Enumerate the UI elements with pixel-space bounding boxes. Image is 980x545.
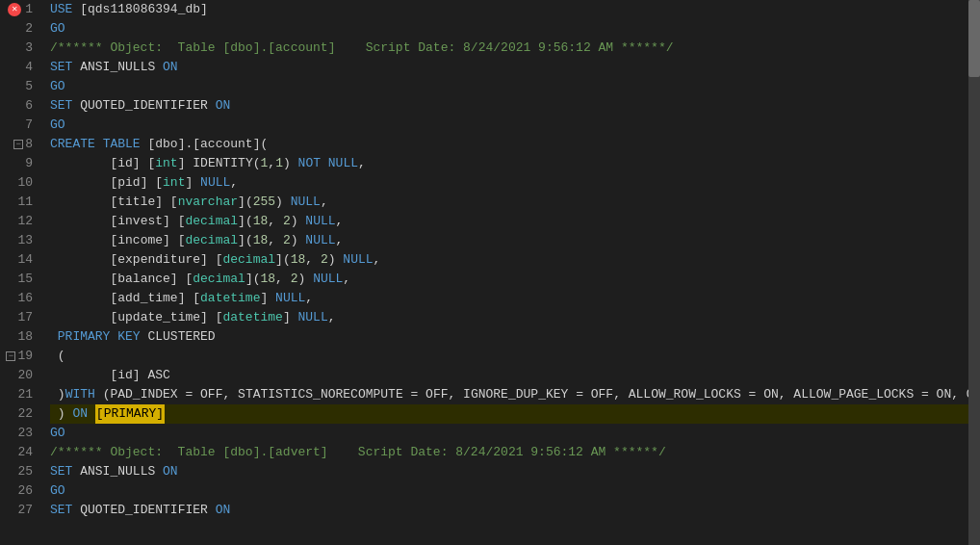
line-number-6: 6 — [0, 96, 39, 116]
code-line-21: )WITH (PAD_INDEX = OFF, STATISTICS_NOREC… — [50, 385, 980, 404]
line-number-14: 14 — [0, 250, 39, 270]
line-number-23: 23 — [0, 424, 39, 443]
line-number-8: − 8 — [0, 135, 39, 154]
code-line-24: /****** Object: Table [dbo].[advert] Scr… — [50, 443, 980, 462]
line-number-15: 15 — [0, 270, 39, 289]
line-number-27: 27 — [0, 501, 39, 520]
code-line-15: [balance] [decimal](18, 2) NULL, — [50, 270, 980, 289]
line-number-19: − 19 — [0, 347, 39, 366]
code-line-8: CREATE TABLE [dbo].[account]( — [50, 135, 980, 154]
scrollbar[interactable] — [968, 0, 980, 545]
code-line-1: USE [qds118086394_db] — [50, 0, 980, 19]
line-number-5: 5 — [0, 77, 39, 96]
scrollbar-thumb[interactable] — [968, 0, 980, 77]
line-number-3: 3 — [0, 39, 39, 58]
line-number-1: ✕ 1 — [0, 0, 39, 19]
code-line-22: ) ON [PRIMARY] — [50, 404, 980, 424]
code-line-14: [expenditure] [decimal](18, 2) NULL, — [50, 250, 980, 270]
line-number-18: 18 — [0, 327, 39, 347]
error-icon-1: ✕ — [8, 3, 21, 16]
code-line-12: [invest] [decimal](18, 2) NULL, — [50, 212, 980, 231]
line-number-16: 16 — [0, 289, 39, 308]
collapse-icon-8[interactable]: − — [13, 140, 23, 149]
line-number-24: 24 — [0, 443, 39, 462]
collapse-icon-19[interactable]: − — [6, 351, 15, 361]
code-line-26: GO — [50, 481, 980, 501]
code-line-6: SET QUOTED_IDENTIFIER ON — [50, 96, 980, 116]
line-number-2: 2 — [0, 19, 39, 39]
line-numbers: ✕ 1 2 3 4 5 6 7 − 8 — [0, 0, 46, 545]
line-number-26: 26 — [0, 481, 39, 501]
code-line-18: PRIMARY KEY CLUSTERED — [50, 327, 980, 347]
line-number-17: 17 — [0, 308, 39, 327]
line-number-13: 13 — [0, 231, 39, 250]
code-area[interactable]: USE [qds118086394_db] GO /****** Object:… — [46, 0, 980, 545]
line-number-12: 12 — [0, 212, 39, 231]
line-number-9: 9 — [0, 154, 39, 173]
code-line-13: [income] [decimal](18, 2) NULL, — [50, 231, 980, 250]
line-number-4: 4 — [0, 58, 39, 77]
code-line-9: [id] [int] IDENTITY(1,1) NOT NULL, — [50, 154, 980, 173]
code-line-11: [title] [nvarchar](255) NULL, — [50, 193, 980, 212]
line-number-25: 25 — [0, 462, 39, 481]
code-line-3: /****** Object: Table [dbo].[account] Sc… — [50, 39, 980, 58]
code-line-10: [pid] [int] NULL, — [50, 173, 980, 193]
line-number-10: 10 — [0, 173, 39, 193]
code-line-20: [id] ASC — [50, 366, 980, 385]
code-line-23: GO — [50, 424, 980, 443]
code-line-7: GO — [50, 116, 980, 135]
editor: ✕ 1 2 3 4 5 6 7 − 8 — [0, 0, 980, 545]
line-number-20: 20 — [0, 366, 39, 385]
code-line-2: GO — [50, 19, 980, 39]
code-line-16: [add_time] [datetime] NULL, — [50, 289, 980, 308]
code-line-4: SET ANSI_NULLS ON — [50, 58, 980, 77]
code-line-17: [update_time] [datetime] NULL, — [50, 308, 980, 327]
code-line-5: GO — [50, 77, 980, 96]
code-line-27: SET QUOTED_IDENTIFIER ON — [50, 501, 980, 520]
code-line-19: ( — [50, 347, 980, 366]
line-number-21: 21 — [0, 385, 39, 404]
line-number-22: 22 — [0, 404, 39, 424]
line-number-11: 11 — [0, 193, 39, 212]
code-line-25: SET ANSI_NULLS ON — [50, 462, 980, 481]
line-number-7: 7 — [0, 116, 39, 135]
